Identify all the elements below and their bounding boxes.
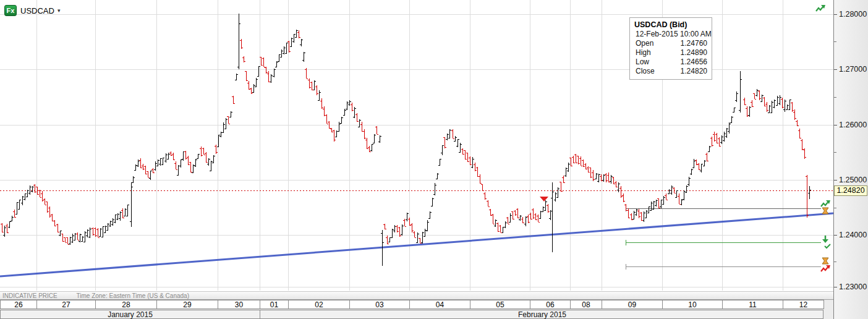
tooltip-title: USDCAD (Bid) — [634, 20, 707, 29]
time-axis-days[interactable]: 26272829300102030405060809101112 — [0, 300, 823, 310]
day-cell[interactable]: 30 — [218, 300, 260, 309]
day-cell[interactable]: 02 — [288, 300, 350, 309]
day-cell[interactable]: 08 — [570, 300, 602, 309]
indicative-price-note: INDICATIVE PRICE Time Zone: Eastern Time… — [0, 291, 833, 300]
day-cell[interactable]: 10 — [662, 300, 723, 309]
price-axis-tick — [834, 125, 837, 125]
price-axis-label: 1.25000 — [839, 176, 867, 184]
active-order-icon[interactable] — [821, 200, 830, 214]
day-cell[interactable]: 05 — [470, 300, 530, 309]
current-price-box: 1.24820 — [834, 185, 867, 196]
day-cell[interactable]: 26 — [0, 300, 37, 309]
price-axis-tick — [834, 69, 837, 70]
tooltip-close-row: Close1.24820 — [636, 67, 707, 76]
day-cell[interactable]: 12 — [783, 300, 824, 309]
day-cell[interactable]: 11 — [722, 300, 783, 309]
day-cell[interactable]: 09 — [602, 300, 663, 309]
price-axis-minor-tick — [834, 41, 836, 42]
symbol-header: Fx USDCAD ▾ — [4, 5, 60, 16]
chevron-down-icon[interactable]: ▾ — [57, 7, 61, 14]
tooltip-open-row: Open1.24760 — [636, 39, 707, 48]
tooltip-high-row: High1.24890 — [636, 48, 707, 57]
day-cell[interactable]: 01 — [260, 300, 289, 309]
tooltip-datetime: 12-Feb-2015 10:00 AM — [636, 30, 707, 38]
price-axis-tick — [834, 287, 837, 287]
filled-order-icon[interactable] — [822, 236, 830, 248]
price-axis-label: 1.28000 — [839, 10, 867, 19]
price-axis-label: 1.24000 — [839, 231, 867, 239]
price-axis-label: 1.23000 — [839, 283, 867, 291]
day-cell[interactable]: 03 — [349, 300, 410, 309]
price-axis-tick — [834, 235, 837, 236]
day-cell[interactable]: 04 — [409, 300, 470, 309]
month-cell[interactable]: January 2015 — [1, 310, 260, 318]
price-axis-minor-tick — [834, 152, 836, 153]
price-axis-tick — [834, 14, 837, 15]
day-cell[interactable]: 27 — [36, 300, 96, 309]
price-axis-label: 1.27000 — [839, 65, 867, 74]
fx-app-icon: Fx — [4, 5, 17, 16]
price-axis[interactable]: 1.280001.270001.260001.250001.240001.230… — [833, 0, 868, 319]
trend-flash-icon[interactable] — [816, 5, 825, 11]
month-cell[interactable]: February 2015 — [260, 310, 824, 318]
tooltip-low-row: Low1.24656 — [636, 57, 707, 67]
day-cell[interactable]: 06 — [530, 300, 571, 309]
sell-marker-icon[interactable] — [540, 197, 548, 202]
time-axis-months[interactable]: January 2015February 2015 — [0, 310, 823, 319]
price-axis-tick — [834, 180, 837, 181]
ohlc-tooltip: USDCAD (Bid) 12-Feb-2015 10:00 AM Open1.… — [629, 17, 712, 80]
day-cell[interactable]: 28 — [95, 300, 157, 309]
price-axis-minor-tick — [834, 262, 836, 262]
chart-window: Fx USDCAD ▾ USDCAD (Bid) 12-Feb-2015 10:… — [0, 0, 868, 319]
price-axis-label: 1.26000 — [839, 121, 867, 129]
day-cell[interactable]: 29 — [156, 300, 218, 309]
indicative-price-label: INDICATIVE PRICE — [2, 292, 57, 299]
expired-order-icon[interactable] — [821, 258, 830, 271]
symbol-label: USDCAD — [20, 6, 54, 15]
price-axis-minor-tick — [834, 97, 836, 98]
timezone-label: Time Zone: Eastern Time (US & Canada) — [77, 292, 189, 299]
price-axis-minor-tick — [834, 208, 836, 208]
